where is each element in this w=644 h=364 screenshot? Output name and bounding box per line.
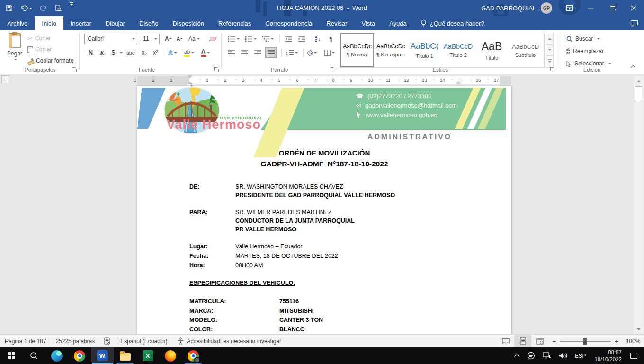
change-case-button[interactable]: Aa (186, 34, 202, 44)
collapse-ribbon-button[interactable] (630, 64, 637, 70)
clear-formatting-button[interactable] (207, 34, 218, 44)
numbering-caret[interactable] (254, 38, 257, 41)
tab-archivo[interactable]: Archivo (0, 16, 35, 30)
tab-correspondencia[interactable]: Correspondencia (258, 16, 319, 30)
tab-vista[interactable]: Vista (354, 16, 382, 30)
justify-button[interactable] (265, 47, 277, 58)
align-right-button[interactable] (252, 47, 263, 58)
numbering-button[interactable] (242, 34, 259, 44)
page-indicator[interactable]: Página 1 de 187 (0, 335, 51, 347)
paragraph-dialog-launcher[interactable] (331, 67, 335, 72)
taskbar-chrome[interactable] (68, 347, 91, 364)
multilevel-list-button[interactable] (259, 34, 276, 44)
replace-button[interactable]: Reemplazar (566, 46, 604, 56)
tab-revisar[interactable]: Revisar (319, 16, 354, 30)
paste-dropdown-caret[interactable] (14, 59, 17, 62)
format-painter-button[interactable]: Copiar formato (27, 55, 73, 66)
style-no-spacing[interactable]: AaBbCcDc ¶ Sin espa... (374, 33, 408, 67)
font-family-combobox[interactable]: Calibri (84, 34, 137, 44)
zoom-percentage[interactable]: 100% (622, 338, 644, 345)
tab-selector[interactable]: ∟ (1, 75, 9, 83)
highlight-caret[interactable] (191, 52, 194, 55)
read-mode-button[interactable] (497, 335, 514, 347)
action-center-button[interactable] (627, 347, 640, 364)
tab-ayuda[interactable]: Ayuda (382, 16, 414, 30)
tray-clock[interactable]: 08:57 18/10/2022 (590, 349, 626, 363)
proofing-status[interactable] (99, 335, 116, 347)
scrollbar-thumb[interactable] (635, 86, 642, 101)
tab-insertar[interactable]: Insertar (63, 16, 98, 30)
print-layout-button[interactable] (514, 335, 531, 347)
customize-qat-button[interactable] (69, 2, 74, 14)
increase-indent-button[interactable] (295, 34, 308, 44)
tray-meet-now-button[interactable] (524, 347, 538, 364)
style-normal[interactable]: AaBbCcDc ¶ Normal (340, 33, 374, 67)
borders-caret[interactable] (332, 52, 335, 55)
styles-dialog-launcher[interactable] (550, 67, 555, 72)
minimize-button[interactable] (580, 0, 601, 16)
tray-language-indicator[interactable]: ESP (572, 347, 589, 364)
zoom-out-button[interactable]: − (548, 337, 560, 345)
grow-font-button[interactable]: A (162, 34, 174, 44)
scroll-down-button[interactable] (635, 326, 642, 333)
styles-more-button[interactable] (546, 56, 554, 68)
find-caret[interactable] (597, 38, 600, 41)
accessibility-status[interactable]: Accesibilidad: es necesario investigar (172, 335, 286, 347)
avatar[interactable]: GP (541, 2, 552, 14)
tab-inicio[interactable]: Inicio (35, 16, 63, 30)
styles-scroll-up-button[interactable] (546, 33, 554, 45)
line-spacing-caret[interactable] (295, 52, 298, 55)
comments-button[interactable] (630, 16, 638, 30)
taskbar-word[interactable]: W (91, 347, 114, 364)
zoom-in-button[interactable]: + (611, 337, 622, 345)
language-indicator[interactable]: Español (Ecuador) (116, 335, 172, 347)
web-layout-button[interactable] (531, 335, 548, 347)
word-count[interactable]: 25225 palabras (51, 335, 99, 347)
document-page[interactable]: (02)2773220 / 2773300 gadprvallehermoso@… (137, 86, 511, 334)
line-spacing-button[interactable] (283, 47, 300, 58)
font-color-caret[interactable] (207, 52, 210, 55)
decrease-indent-button[interactable] (282, 34, 295, 44)
taskbar-file-explorer[interactable] (114, 347, 136, 364)
bullets-caret[interactable] (237, 38, 240, 41)
shading-button[interactable] (305, 47, 319, 58)
tab-referencias[interactable]: Referencias (211, 16, 258, 30)
taskbar-edge[interactable] (45, 347, 68, 364)
tab-disposicion[interactable]: Disposición (165, 16, 211, 30)
zoom-slider-thumb[interactable] (583, 338, 587, 345)
style-heading2[interactable]: AaBbCcD Título 2 (441, 33, 475, 67)
taskbar-search-button[interactable] (23, 347, 45, 364)
save-button[interactable] (5, 2, 14, 14)
style-title[interactable]: AaB Título (475, 33, 509, 67)
tray-network-button[interactable] (540, 347, 554, 364)
zoom-slider[interactable] (560, 341, 611, 342)
shrink-font-button[interactable]: A (174, 34, 185, 44)
restore-button[interactable] (601, 0, 623, 16)
find-button[interactable]: Buscar (566, 34, 600, 44)
shading-caret[interactable] (314, 52, 317, 55)
styles-scroll-down-button[interactable] (546, 45, 554, 56)
align-left-button[interactable] (225, 47, 237, 58)
taskbar-excel[interactable]: X (136, 347, 159, 364)
bullets-button[interactable] (225, 34, 242, 44)
align-center-button[interactable] (239, 47, 250, 58)
multilevel-caret[interactable] (271, 38, 274, 41)
tray-volume-button[interactable] (556, 347, 570, 364)
tray-hidden-icons-button[interactable] (513, 347, 522, 364)
account-name[interactable]: GAD PARROQUIAL (481, 5, 536, 12)
undo-button[interactable] (19, 2, 33, 14)
style-subtitle[interactable]: AaBbCcD Subtítulo (509, 33, 542, 67)
select-caret[interactable] (608, 63, 611, 66)
clipboard-dialog-launcher[interactable] (72, 67, 77, 72)
show-marks-button[interactable] (327, 34, 335, 44)
scroll-up-button[interactable] (635, 77, 642, 84)
text-effects-button[interactable] (166, 47, 179, 58)
borders-button[interactable] (322, 47, 337, 58)
font-color-button[interactable] (199, 47, 212, 58)
vertical-scrollbar[interactable] (634, 76, 644, 334)
font-dialog-launcher[interactable] (214, 67, 219, 72)
close-button[interactable] (623, 0, 644, 16)
right-indent-marker[interactable] (456, 79, 461, 84)
taskbar-chrome-profile[interactable] (182, 347, 205, 364)
tab-diseno[interactable]: Diseño (132, 16, 165, 30)
